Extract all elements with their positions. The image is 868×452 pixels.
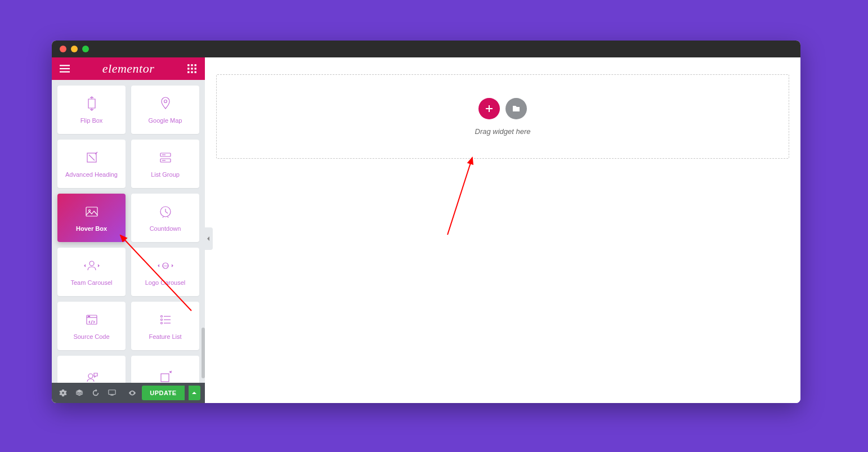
svg-rect-37	[111, 395, 114, 396]
svg-rect-36	[109, 390, 115, 395]
widget-source-code[interactable]: Source Code	[57, 302, 126, 350]
testimonial-icon	[84, 369, 100, 383]
settings-button[interactable]	[56, 386, 69, 400]
svg-rect-4	[191, 64, 193, 66]
widget-label: List Group	[151, 171, 180, 178]
svg-rect-3	[187, 64, 189, 66]
widget-label: Team Carousel	[71, 279, 113, 286]
add-template-button[interactable]	[505, 98, 527, 119]
widget-countdown[interactable]: Countdown	[131, 194, 199, 242]
svg-point-21	[90, 261, 94, 266]
svg-rect-11	[195, 71, 196, 73]
window-maximize-dot[interactable]	[82, 46, 89, 52]
svg-rect-5	[195, 64, 196, 66]
history-button[interactable]	[90, 386, 102, 400]
widget-label: Google Map	[149, 117, 182, 124]
clock-icon	[158, 204, 173, 220]
code-icon	[84, 312, 100, 328]
widget-flip-box[interactable]: Flip Box	[57, 86, 126, 134]
svg-rect-2	[60, 71, 70, 73]
widget-hover-box[interactable]: Hover Box	[57, 194, 126, 242]
svg-point-28	[160, 316, 162, 317]
widget-feature-list[interactable]: Feature List	[131, 302, 199, 350]
window-close-dot[interactable]	[60, 46, 66, 52]
widgets-grid-button[interactable]	[187, 64, 197, 74]
app-logo: elementor	[70, 61, 187, 76]
update-dropdown[interactable]	[189, 386, 200, 400]
menu-button[interactable]	[60, 64, 70, 74]
image-box-icon	[84, 204, 100, 220]
app-content: elementor Flip BoxGoogle MapAdvanced Hea…	[52, 57, 800, 403]
logo-carousel-icon: LOGO	[158, 258, 173, 274]
window-minimize-dot[interactable]	[71, 46, 78, 52]
widget-label: Advanced Heading	[65, 171, 118, 178]
svg-rect-9	[187, 71, 189, 73]
preview-button[interactable]	[126, 386, 138, 400]
widget-animated-heading[interactable]	[131, 356, 199, 383]
update-button[interactable]: UPDATE	[142, 386, 184, 400]
flip-box-icon	[84, 96, 100, 111]
svg-point-34	[88, 374, 93, 378]
widgets-panel: elementor Flip BoxGoogle MapAdvanced Hea…	[52, 57, 205, 403]
svg-rect-1	[60, 68, 70, 69]
widget-logo-carousel[interactable]: LOGOLogo Carousel	[131, 248, 199, 296]
app-logo-text: elementor	[102, 61, 154, 75]
widget-label: Feature List	[149, 333, 181, 340]
heading-icon	[84, 150, 100, 165]
svg-rect-8	[195, 68, 196, 69]
svg-rect-35	[161, 374, 169, 382]
map-pin-icon	[158, 96, 173, 111]
widget-label: Source Code	[73, 333, 109, 340]
svg-rect-10	[191, 71, 193, 73]
widget-label: Countdown	[150, 225, 181, 232]
app-window: elementor Flip BoxGoogle MapAdvanced Hea…	[52, 41, 800, 403]
panel-header: elementor	[52, 57, 205, 80]
dropzone-buttons	[478, 98, 527, 119]
section-dropzone[interactable]: Drag widget here	[216, 74, 789, 159]
svg-rect-0	[60, 65, 70, 66]
widget-google-map[interactable]: Google Map	[131, 86, 199, 134]
widget-label: Logo Carousel	[145, 279, 186, 286]
widget-testimonial-carousel[interactable]	[57, 356, 126, 383]
responsive-button[interactable]	[106, 386, 119, 400]
widget-advanced-heading[interactable]: Advanced Heading	[57, 140, 126, 188]
heading-arrow-icon	[158, 369, 173, 383]
window-titlebar	[52, 41, 800, 57]
user-carousel-icon	[84, 258, 100, 274]
svg-point-30	[160, 319, 162, 321]
list-group-icon	[158, 150, 173, 165]
widget-label: Flip Box	[80, 117, 103, 124]
svg-text:LOGO: LOGO	[162, 265, 169, 267]
svg-rect-6	[187, 68, 189, 69]
widget-team-carousel[interactable]: Team Carousel	[57, 248, 126, 296]
svg-point-27	[89, 316, 90, 316]
widgets-grid: Flip BoxGoogle MapAdvanced HeadingList G…	[57, 86, 199, 383]
widget-list-group[interactable]: List Group	[131, 140, 199, 188]
collapse-panel-button[interactable]	[205, 227, 213, 250]
widgets-scroll[interactable]: Flip BoxGoogle MapAdvanced HeadingList G…	[52, 80, 205, 383]
feature-list-icon	[158, 312, 173, 328]
add-section-button[interactable]	[478, 98, 500, 119]
svg-point-26	[88, 316, 88, 316]
svg-rect-39	[486, 108, 493, 109]
panel-footer: UPDATE	[52, 383, 205, 403]
widget-label: Hover Box	[76, 225, 107, 232]
svg-rect-18	[86, 207, 97, 216]
editor-canvas: Drag widget here	[205, 57, 800, 403]
svg-rect-7	[191, 68, 193, 69]
navigator-button[interactable]	[73, 386, 86, 400]
svg-point-32	[160, 323, 162, 324]
dropzone-label: Drag widget here	[475, 127, 531, 136]
svg-point-19	[88, 210, 90, 212]
svg-point-12	[164, 100, 167, 103]
